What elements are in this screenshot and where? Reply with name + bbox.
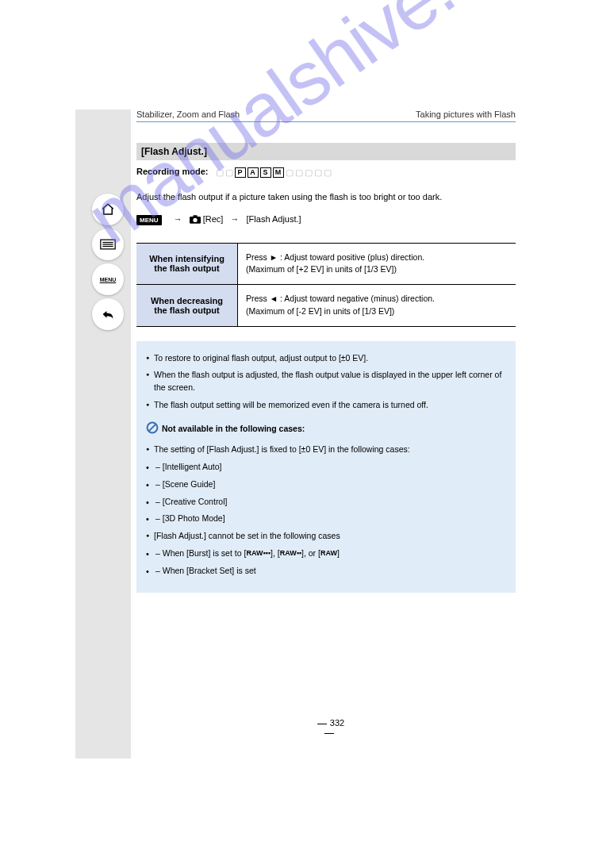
back-button[interactable] <box>92 298 124 330</box>
svg-point-6 <box>193 217 197 221</box>
content: Stabilizer, Zoom and Flash Taking pictur… <box>136 109 516 593</box>
svg-line-8 <box>149 424 156 431</box>
list-icon <box>100 239 116 250</box>
menu-rec: [Rec] <box>203 214 224 224</box>
page-number: 332 <box>313 718 345 737</box>
raw-icon-1: RAW▪▪▪ <box>246 549 271 557</box>
note-item: When the flash output is adjusted, the f… <box>146 369 506 394</box>
settings-table: When intensifying the flash output Press… <box>136 243 516 327</box>
menu-button[interactable]: MENU <box>92 263 124 295</box>
raw-icon-3: RAW <box>320 549 337 557</box>
mode-video-icon: ▢ <box>286 167 294 178</box>
note-sub-item: – [Intelligent Auto] <box>146 461 506 474</box>
table-row: When intensifying the flash output Press… <box>136 244 516 286</box>
mode-scn-icon: ▢ <box>295 167 303 178</box>
note-item: To restore to original flash output, adj… <box>146 352 506 365</box>
mode-c-icon: ▢ <box>305 167 313 178</box>
note-sub-item: – When [Bracket Set] is set <box>146 565 506 578</box>
mode-p-icon: P <box>235 167 246 178</box>
mode-m-icon: M <box>273 167 284 178</box>
breadcrumb-category: Stabilizer, Zoom and Flash <box>136 109 240 119</box>
arrow-1: → <box>174 214 182 224</box>
table-cell-label-2: When decreasing the flash output <box>136 285 238 326</box>
recording-mode-label: Recording mode: <box>136 167 208 176</box>
arrow-2: → <box>231 214 240 224</box>
menu-icon-label: MENU <box>100 277 117 282</box>
menu-item: [Flash Adjust.] <box>247 214 301 224</box>
mode-3d-icon: ▢ <box>314 167 322 178</box>
mode-ia-icon: ▢ <box>216 167 224 178</box>
home-icon <box>101 202 115 217</box>
page-title: [Flash Adjust.] <box>136 143 516 160</box>
note-box: To restore to original flash output, adj… <box>136 341 516 593</box>
menu-badge: MENU <box>136 215 162 225</box>
unavailable-icon <box>146 421 159 438</box>
nav-buttons: MENU <box>92 194 125 333</box>
camera-icon <box>190 215 201 225</box>
back-icon <box>100 308 116 321</box>
table-cell-body-1: Press ► : Adjust toward positive (plus) … <box>238 244 516 285</box>
menu-path: MENU → [Rec] → [Flash Adjust.] <box>136 214 516 225</box>
note-sub-item: – [3D Photo Mode] <box>146 513 506 525</box>
mode-ia-plus-icon: ▢ <box>225 167 233 178</box>
svg-rect-5 <box>193 215 197 217</box>
unavailable-title: Not available in the following cases: <box>146 421 506 438</box>
table-cell-label-1: When intensifying the flash output <box>136 244 238 285</box>
list-button[interactable] <box>92 229 124 260</box>
mode-s-icon: S <box>260 167 271 178</box>
mode-a-icon: A <box>248 167 259 178</box>
mode-icons: ▢ ▢ P A S M ▢ ▢ ▢ ▢ ▢ <box>216 167 332 178</box>
intro-text: Adjust the flash output if a picture tak… <box>136 190 516 204</box>
mode-cc-icon: ▢ <box>324 167 332 178</box>
recording-mode-row: Recording mode: ▢ ▢ P A S M ▢ ▢ ▢ ▢ ▢ <box>136 167 516 178</box>
note-item: The flash output setting will be memoriz… <box>146 399 506 412</box>
note-item: [Flash Adjust.] cannot be set in the fol… <box>146 530 506 543</box>
note-sub-item: – [Creative Control] <box>146 496 506 509</box>
note-item: The setting of [Flash Adjust.] is fixed … <box>146 444 506 456</box>
table-cell-body-2: Press ◄ : Adjust toward negative (minus)… <box>238 285 516 326</box>
home-button[interactable] <box>92 194 124 225</box>
breadcrumb-section: Taking pictures with Flash <box>416 109 516 119</box>
note-sub-item: – When [Burst] is set to [RAW▪▪▪], [RAW▪… <box>146 547 506 560</box>
raw-icon-2: RAW▪▪ <box>280 549 301 557</box>
table-row: When decreasing the flash output Press ◄… <box>136 285 516 326</box>
breadcrumb: Stabilizer, Zoom and Flash Taking pictur… <box>136 109 516 122</box>
note-sub-item: – [Scene Guide] <box>146 478 506 491</box>
